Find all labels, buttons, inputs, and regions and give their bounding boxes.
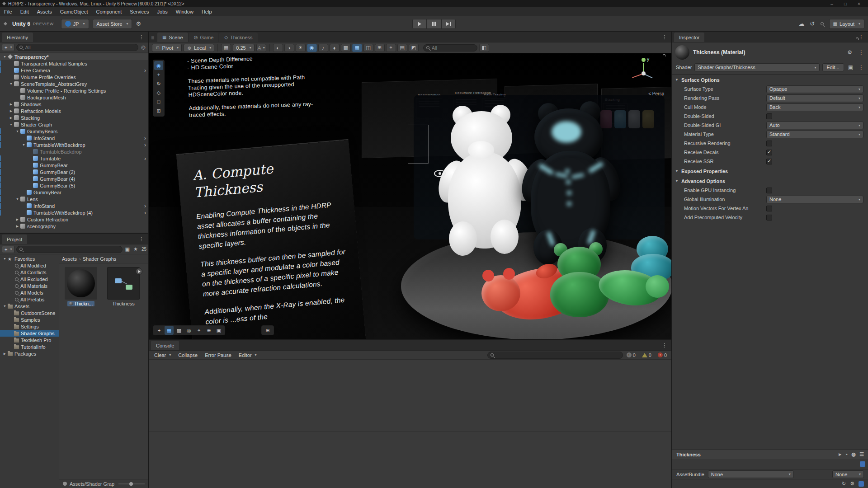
error-pause-button[interactable]: Error Pause <box>202 352 235 359</box>
hierarchy-row[interactable]: GummyBear <box>0 162 148 169</box>
lighting-toggle-icon[interactable]: ☀ <box>296 44 306 52</box>
hierarchy-row[interactable]: GummyBear (4) <box>0 175 148 182</box>
project-tree-row[interactable]: TutorialInfo <box>0 343 59 350</box>
error-count-toggle[interactable]: 0 <box>655 352 670 358</box>
property-dropdown[interactable]: Auto <box>766 122 863 129</box>
scene-viewport[interactable]: RasterizationRecursive RefractionPath Tr… <box>149 53 671 339</box>
console-splitter[interactable] <box>149 432 671 432</box>
orientation-overlay-icon[interactable]: + <box>155 326 164 335</box>
hierarchy-search-input[interactable] <box>25 45 135 50</box>
hierarchy-row[interactable]: TurntableBackdrop <box>0 148 148 155</box>
hierarchy-row[interactable]: ▼ Lens <box>0 196 148 202</box>
panel-menu-icon[interactable]: ⋮ <box>139 34 146 42</box>
menu-item[interactable]: Window <box>172 7 198 16</box>
eye-gizmo-icon[interactable] <box>434 170 446 177</box>
move-tool-icon[interactable]: + <box>154 70 163 79</box>
view-tab[interactable]: ◎ Game <box>189 33 219 42</box>
transform-tool-icon[interactable]: ⊞ <box>154 106 163 115</box>
property-checkbox[interactable] <box>766 188 772 193</box>
rotate-tool-icon[interactable]: ↻ <box>154 79 163 88</box>
project-tree-row[interactable]: All Modified <box>0 262 59 269</box>
rect-tool-icon[interactable]: □ <box>154 97 163 106</box>
tab-inspector[interactable]: Inspector <box>674 33 704 42</box>
shader-settings-icon[interactable]: ▣ <box>847 64 854 70</box>
expand-arrow-icon[interactable]: ▶ <box>8 103 14 106</box>
hierarchy-row[interactable]: Volume Profile - Rendering Settings <box>0 87 148 94</box>
menu-item[interactable]: Assets <box>33 7 56 16</box>
menu-item[interactable]: Jobs <box>153 7 172 16</box>
hierarchy-row[interactable]: BackgroundMesh <box>0 94 148 101</box>
exposed-properties-foldout[interactable]: ▼ Exposed Properties <box>672 166 868 176</box>
assetbundle-variant-dropdown[interactable]: None <box>832 470 864 478</box>
asset-grid[interactable]: Thickn... Thickness <box>59 263 148 479</box>
preview-play-icon[interactable]: ▸ <box>839 451 841 457</box>
measure-overlay-icon[interactable]: ⌖ <box>194 326 203 335</box>
hierarchy-row[interactable]: Transparent Material Samples <box>0 60 148 67</box>
expand-arrow-icon[interactable]: ▼ <box>21 143 27 146</box>
grid-toggle-icon[interactable]: ▦ <box>352 44 362 52</box>
assetbundle-dropdown[interactable]: None <box>708 470 794 478</box>
view-tool-icon[interactable]: ◉ <box>154 61 163 70</box>
project-tree-row[interactable]: Shader Graphs <box>0 330 59 337</box>
project-tree-row[interactable]: ▶ Packages <box>0 350 59 357</box>
panel-menu-icon[interactable]: ⋮ <box>859 34 866 42</box>
hierarchy-row[interactable]: ▼ GummyBears <box>0 128 148 135</box>
expand-arrow-icon[interactable]: ▼ <box>2 55 8 58</box>
snap-overlay-icon[interactable]: ▩ <box>175 326 184 335</box>
search-by-type-icon[interactable]: ▣ <box>124 246 131 252</box>
breadcrumb-item[interactable]: Assets <box>62 256 81 262</box>
property-dropdown[interactable]: None <box>766 196 863 203</box>
create-object-button[interactable]: + <box>2 44 14 51</box>
shaded-view-icon[interactable]: ◉ <box>307 44 317 52</box>
orientation-gizmo[interactable]: y <box>627 57 660 89</box>
hierarchy-row[interactable]: ▶ Stacking <box>0 114 148 121</box>
menu-item[interactable]: Edit <box>16 7 33 16</box>
favorite-search-icon[interactable]: ★ <box>132 246 139 252</box>
debug-view-icon[interactable]: ◩ <box>409 44 419 52</box>
project-tree-row[interactable]: OutdoorsScene <box>0 310 59 316</box>
property-dropdown[interactable]: Opaque <box>766 85 863 93</box>
prefab-chevron-icon[interactable]: › <box>144 203 146 209</box>
hierarchy-row[interactable]: TurntableWithBackdrop (4) › <box>0 209 148 216</box>
scene-search[interactable] <box>423 44 477 52</box>
prefab-chevron-icon[interactable]: › <box>144 156 146 161</box>
hierarchy-row[interactable]: InfoStand › <box>0 202 148 209</box>
hierarchy-row[interactable]: ▶ scenography <box>0 223 148 230</box>
expand-arrow-icon[interactable]: ▶ <box>8 116 14 120</box>
prefab-chevron-icon[interactable]: › <box>144 210 146 216</box>
hierarchy-row[interactable]: ▶ Refraction Models <box>0 108 148 114</box>
project-tree-row[interactable]: TextMesh Pro <box>0 337 59 343</box>
project-tree-row[interactable]: All Excluded <box>0 276 59 282</box>
prefab-chevron-icon[interactable]: › <box>144 68 146 73</box>
close-button[interactable]: × <box>852 1 866 6</box>
scale-tool-icon[interactable]: ◇ <box>154 88 163 97</box>
surface-options-foldout[interactable]: ▼ Surface Options <box>672 75 868 84</box>
expand-arrow-icon[interactable]: ▼ <box>2 257 8 260</box>
open-asset-play-icon[interactable] <box>136 268 142 275</box>
expand-arrow-icon[interactable]: ▶ <box>14 225 20 228</box>
property-checkbox[interactable] <box>766 206 772 211</box>
scene-search-input[interactable] <box>432 45 474 51</box>
prefab-chevron-icon[interactable]: › <box>144 142 146 148</box>
services-hub-icon[interactable]: ⚙ <box>136 20 141 27</box>
draw-mode-icon[interactable]: ◐ <box>273 44 283 52</box>
panel-menu-icon[interactable]: ⋮ <box>139 236 146 244</box>
panel-menu-icon[interactable]: ⋮ <box>662 342 670 350</box>
shader-dropdown[interactable]: Shader Graphs/Thickness <box>694 63 819 71</box>
property-dropdown[interactable]: Standard <box>766 131 863 138</box>
play-button[interactable] <box>412 19 427 29</box>
project-tree-row[interactable]: ▼ Assets <box>0 303 59 310</box>
pivot-mode-dropdown[interactable]: ⊡ Pivot <box>152 44 182 52</box>
account-button[interactable]: JP <box>61 19 89 29</box>
presets-icon[interactable]: ⚙ <box>846 49 854 56</box>
handle-orientation-dropdown[interactable]: ◍ Local <box>184 44 214 52</box>
menu-item[interactable]: Services <box>126 7 153 16</box>
asset-tile[interactable]: Thickn... <box>63 267 99 306</box>
camera-icon[interactable]: ◧ <box>479 44 489 52</box>
clear-button[interactable]: Clear <box>151 352 174 359</box>
hierarchy-row[interactable]: GummyBear (2) <box>0 169 148 175</box>
cloud-icon[interactable]: ☁ <box>799 20 805 27</box>
step-button[interactable] <box>441 19 456 29</box>
shadergraph-asset-icon[interactable] <box>860 461 865 467</box>
panel-menu-icon[interactable]: ⋮ <box>662 34 670 42</box>
